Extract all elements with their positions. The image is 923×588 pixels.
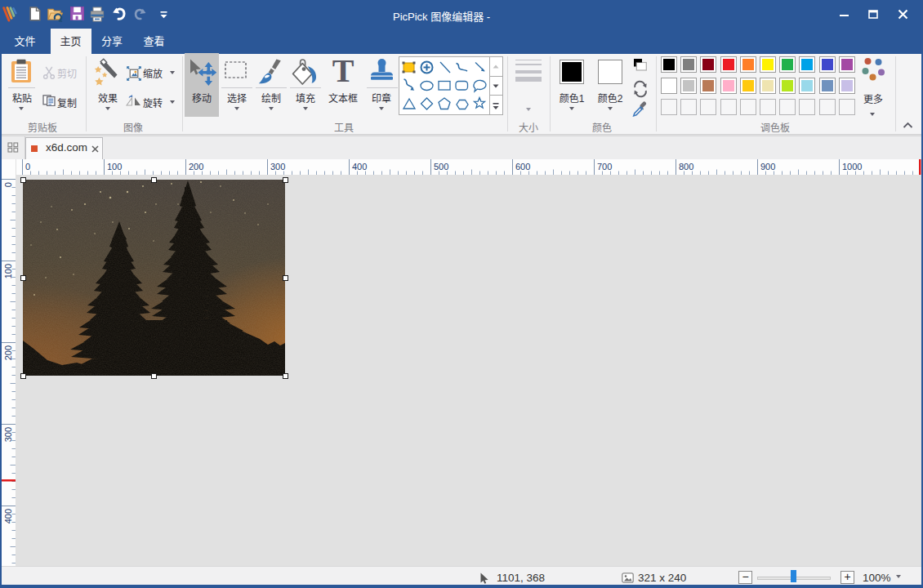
svg-text:600: 600: [515, 162, 530, 172]
svg-text:300: 300: [3, 427, 13, 442]
svg-text:0: 0: [3, 182, 13, 187]
svg-text:1000: 1000: [842, 162, 862, 172]
svg-text:300: 300: [270, 162, 285, 172]
svg-text:500: 500: [434, 162, 448, 172]
svg-text:100: 100: [107, 162, 122, 172]
svg-text:900: 900: [760, 162, 775, 172]
svg-text:200: 200: [189, 162, 203, 172]
svg-text:100: 100: [3, 264, 13, 278]
svg-text:400: 400: [3, 509, 13, 523]
svg-text:800: 800: [679, 162, 693, 172]
svg-text:200: 200: [3, 345, 13, 360]
svg-text:400: 400: [352, 162, 367, 172]
svg-text:700: 700: [597, 162, 612, 172]
svg-text:0: 0: [25, 162, 30, 172]
